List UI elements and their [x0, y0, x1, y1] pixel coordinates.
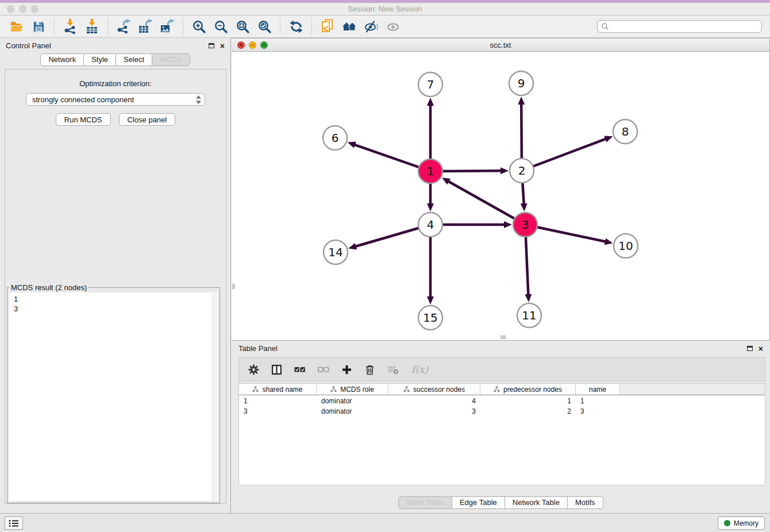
open-session-icon[interactable]: [6, 17, 28, 36]
search-icon: [601, 22, 609, 30]
tab-select[interactable]: Select: [116, 53, 152, 66]
cell-successor-nodes[interactable]: 3: [388, 407, 480, 416]
node-label: 14: [328, 245, 342, 259]
function-builder-icon[interactable]: f(x): [411, 364, 430, 375]
cell-shared-name[interactable]: 3: [239, 407, 317, 416]
export-network-icon[interactable]: [113, 17, 134, 36]
node-9[interactable]: 9: [509, 71, 533, 95]
svg-text:f(x): f(x): [411, 364, 429, 375]
zoom-in-icon[interactable]: [188, 17, 210, 36]
tab-node-table[interactable]: Node Table: [398, 496, 452, 509]
tab-mcds[interactable]: MCDS: [152, 53, 190, 66]
node-15[interactable]: 15: [418, 306, 442, 330]
column-header-predecessor-nodes[interactable]: predecessor nodes: [480, 384, 576, 395]
cell-predecessor-nodes[interactable]: 1: [480, 396, 576, 406]
cell-name[interactable]: 3: [576, 407, 620, 416]
network-canvas[interactable]: 7968124314101511: [232, 52, 769, 340]
cell-predecessor-nodes[interactable]: 2: [480, 407, 576, 416]
horizontal-splitter-grip[interactable]: [500, 336, 506, 339]
apply-layout-icon[interactable]: [285, 17, 307, 36]
node-3[interactable]: 3: [513, 213, 537, 237]
save-session-icon[interactable]: [28, 17, 49, 36]
table-options-icon[interactable]: [248, 364, 259, 375]
node-8[interactable]: 8: [613, 119, 637, 144]
edge-3-1[interactable]: [448, 181, 525, 225]
column-header-shared-name[interactable]: shared name: [239, 384, 317, 395]
cell-shared-name[interactable]: 1: [239, 396, 317, 406]
edge-layer: [354, 103, 606, 298]
mcds-result-textarea[interactable]: 13: [9, 292, 218, 501]
table-row[interactable]: 3dominator323: [239, 407, 765, 416]
deselect-all-columns-icon[interactable]: [318, 364, 329, 375]
node-7[interactable]: 7: [418, 72, 442, 97]
float-table-panel-icon[interactable]: [747, 346, 753, 351]
node-label: 9: [518, 76, 525, 90]
create-column-icon[interactable]: [341, 364, 352, 375]
toolbar-separator: [311, 18, 312, 34]
node-label: 2: [518, 164, 526, 178]
column-header-mcds-role[interactable]: MCDS role: [317, 384, 388, 395]
delete-columns-icon[interactable]: [364, 364, 375, 375]
float-panel-icon[interactable]: [209, 43, 214, 48]
export-image-icon[interactable]: [156, 17, 178, 36]
network-window-titlebar: × − + scc.txt: [232, 38, 769, 52]
node-6[interactable]: 6: [323, 126, 347, 150]
search-input[interactable]: [609, 22, 758, 30]
run-mcds-button[interactable]: Run MCDS: [56, 113, 111, 126]
node-label: 6: [332, 131, 339, 145]
show-columns-icon[interactable]: [271, 364, 282, 375]
column-header-name[interactable]: name: [576, 384, 620, 395]
node-11[interactable]: 11: [517, 303, 541, 327]
memory-button[interactable]: Memory: [718, 516, 765, 530]
new-network-from-selection-icon[interactable]: [317, 17, 338, 36]
close-panel-icon[interactable]: ×: [220, 43, 225, 49]
column-sort-icon: [330, 386, 337, 392]
mcds-result-line: 1: [14, 294, 218, 304]
column-header-successor-nodes[interactable]: successor nodes: [388, 384, 480, 395]
tab-style[interactable]: Style: [84, 53, 116, 66]
criterion-dropdown[interactable]: strongly connected component: [26, 93, 205, 106]
node-label: 4: [427, 218, 434, 232]
result-scrollbar[interactable]: [212, 293, 217, 500]
close-panel-button[interactable]: Close panel: [119, 113, 176, 126]
node-label: 3: [522, 218, 529, 232]
node-10[interactable]: 10: [614, 234, 638, 258]
node-14[interactable]: 14: [324, 240, 348, 264]
zoom-fit-icon[interactable]: [232, 17, 253, 36]
import-table-icon[interactable]: [81, 17, 103, 36]
node-1[interactable]: 1: [418, 159, 442, 183]
close-table-panel-icon[interactable]: ×: [759, 345, 763, 352]
search-box[interactable]: [597, 20, 762, 33]
column-sort-icon: [494, 386, 500, 392]
mcds-result-title: MCDS result (2 nodes): [9, 283, 88, 292]
hide-selected-icon[interactable]: [360, 17, 382, 36]
vertical-splitter-grip[interactable]: [232, 284, 235, 289]
export-table-icon[interactable]: [134, 17, 156, 36]
cell-successor-nodes[interactable]: 4: [388, 396, 480, 406]
edge-2-8[interactable]: [522, 138, 606, 171]
cell-name[interactable]: 1: [576, 396, 620, 406]
cell-mcds-role[interactable]: dominator: [317, 396, 388, 406]
toolbar-separator: [107, 18, 108, 34]
node-4[interactable]: 4: [418, 213, 442, 237]
cell-mcds-role[interactable]: dominator: [317, 407, 388, 416]
optimization-criterion-label: Optimization criterion:: [5, 79, 226, 88]
toolbar-separator: [280, 18, 280, 34]
table-row[interactable]: 1dominator411: [239, 396, 765, 406]
tab-motifs[interactable]: Motifs: [568, 496, 603, 509]
node-2[interactable]: 2: [510, 159, 534, 183]
first-neighbors-icon[interactable]: [338, 17, 360, 36]
select-all-columns-icon[interactable]: [294, 364, 306, 375]
control-panel-tabs: NetworkStyleSelectMCDS: [0, 53, 230, 66]
zoom-out-icon[interactable]: [210, 17, 232, 36]
mcds-result-line: 3: [14, 304, 218, 314]
task-history-button[interactable]: [5, 516, 23, 530]
import-network-icon[interactable]: [59, 17, 81, 36]
table-panel-title: Table Panel: [238, 344, 278, 353]
delete-table-icon[interactable]: [387, 364, 399, 375]
zoom-selected-icon[interactable]: [253, 17, 275, 36]
tab-network-table[interactable]: Network Table: [505, 496, 568, 509]
tab-edge-table[interactable]: Edge Table: [452, 496, 505, 509]
show-all-icon[interactable]: [382, 17, 404, 36]
tab-network[interactable]: Network: [40, 53, 84, 66]
